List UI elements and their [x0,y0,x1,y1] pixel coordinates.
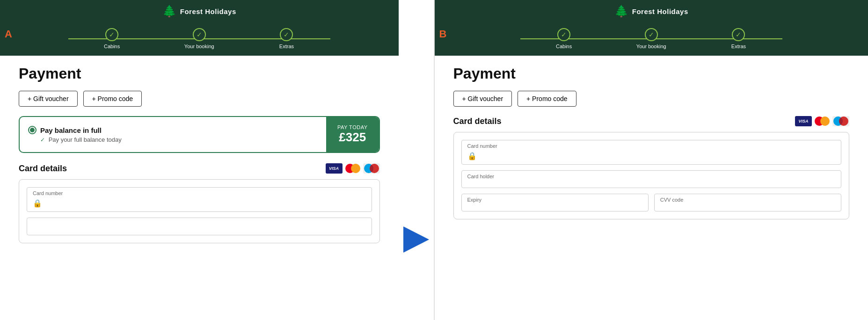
progress-bar-a: ✓ Cabins ✓ Your booking ✓ Extras [0,23,399,56]
card-details-header-b: Card details VISA [453,116,850,126]
cvv-placeholder-b [660,199,835,207]
card-holder-field-a[interactable] [27,218,372,235]
panel-a-content: 🌲 Forest Holidays ✓ Cabins ✓ Your bookin… [0,0,399,320]
panel-b-content: 🌲 Forest Holidays ✓ Cabins ✓ Your bookin… [435,0,868,320]
pay-option-a[interactable]: Pay balance in full ✓ Pay your full bala… [19,116,380,153]
option-title-row-a: Pay balance in full [28,126,318,134]
panel-b-label: B [439,28,447,40]
cvv-label-b: CVV code [660,197,684,203]
progress-bar-b: ✓ Cabins ✓ Your booking ✓ Extras [435,23,868,56]
voucher-row-a: + Gift voucher + Promo code [19,91,380,107]
card-holder-label-b: Card holder [467,174,494,179]
mastercard-icon-b [814,116,831,126]
panel-a: A 🌲 Forest Holidays ✓ Cabins ✓ Your book… [0,0,434,320]
logo-b: 🌲 Forest Holidays [614,5,688,18]
mc-right-a [351,164,360,173]
card-details-title-a: Card details [19,164,67,174]
checkmark-icon-a: ✓ [40,137,45,143]
radio-inner-a [30,128,35,132]
visa-icon-b: VISA [795,116,812,126]
expiry-field-b[interactable]: Expiry [461,194,649,211]
lock-icon-b: 🔒 [467,152,836,160]
pay-today-amount-a: £325 [339,130,366,145]
step-circle-booking-a: ✓ [193,28,206,41]
step-circle-cabins-b: ✓ [557,28,570,41]
pay-today-label-a: PAY TODAY [337,124,367,130]
header-a: 🌲 Forest Holidays ✓ Cabins ✓ Your bookin… [0,0,399,56]
step-circle-extras-b: ✓ [732,28,745,41]
step-booking-a: ✓ Your booking [155,28,243,49]
expiry-placeholder-b [467,199,642,207]
panel-b: B 🌲 Forest Holidays ✓ Cabins ✓ Your book… [435,0,868,320]
card-icons-a: VISA [326,163,380,174]
arrow-wrapper-a [399,159,434,320]
progress-track-b: ✓ Cabins ✓ Your booking ✓ Extras [520,28,782,49]
header-b: 🌲 Forest Holidays ✓ Cabins ✓ Your bookin… [435,0,868,56]
content-b: Payment + Gift voucher + Promo code Card… [435,56,868,320]
step-cabins-b: ✓ Cabins [520,28,608,49]
step-circle-extras-a: ✓ [280,28,293,41]
arrow-icon-a [403,226,429,253]
gift-voucher-btn-b[interactable]: + Gift voucher [453,91,512,107]
content-a: Payment + Gift voucher + Promo code Pay … [0,56,399,320]
option-left-a: Pay balance in full ✓ Pay your full bala… [20,117,326,152]
step-cabins-a: ✓ Cabins [68,28,156,49]
maestro-icon-a [363,163,380,174]
tree-icon-b: 🌲 [614,5,628,18]
step-circle-booking-b: ✓ [645,28,658,41]
panel-a-label: A [5,28,12,40]
step-circle-cabins-a: ✓ [105,28,118,41]
expiry-label-b: Expiry [467,197,482,203]
payment-title-a: Payment [19,65,380,82]
voucher-row-b: + Gift voucher + Promo code [453,91,850,107]
step-label-cabins-b: Cabins [556,44,572,49]
card-number-label-a: Card number [33,190,63,196]
step-label-extras-a: Extras [279,44,294,49]
step-extras-b: ✓ Extras [695,28,782,49]
card-details-title-b: Card details [453,116,502,126]
option-title-a-text: Pay balance in full [40,126,102,134]
card-number-label-b: Card number [467,143,497,149]
step-label-cabins-a: Cabins [104,44,120,49]
card-form-a: Card number 🔒 [19,179,380,243]
mastercard-icon-a [344,163,361,174]
promo-code-btn-a[interactable]: + Promo code [83,91,142,107]
card-holder-placeholder-a [33,223,366,231]
maestro-right-a [370,164,379,173]
visa-icon-a: VISA [326,163,343,174]
tree-icon-a: 🌲 [162,5,176,18]
promo-code-btn-b[interactable]: + Promo code [518,91,576,107]
logo-text-a: Forest Holidays [180,7,236,15]
progress-track-a: ✓ Cabins ✓ Your booking ✓ Extras [68,28,330,49]
maestro-right-b [839,116,848,126]
option-subtitle-a: Pay your full balance today [49,136,122,143]
card-icons-b: VISA [795,116,849,126]
option-sub-a: ✓ Pay your full balance today [28,136,318,143]
option-right-a: PAY TODAY £325 [326,117,379,152]
radio-icon-a [28,126,36,134]
logo-text-b: Forest Holidays [632,7,688,15]
card-number-field-b[interactable]: Card number 🔒 [461,140,842,165]
payment-title-b: Payment [453,65,850,82]
card-holder-placeholder-b [467,175,836,184]
mc-right-b [820,116,830,126]
step-label-booking-a: Your booking [184,44,214,49]
step-label-extras-b: Extras [731,44,746,49]
gift-voucher-btn-a[interactable]: + Gift voucher [19,91,78,107]
step-extras-a: ✓ Extras [243,28,330,49]
cvv-field-b[interactable]: CVV code [654,194,841,211]
expiry-cvv-row-b: Expiry CVV code [461,194,842,211]
logo-a: 🌲 Forest Holidays [162,5,236,18]
step-booking-b: ✓ Your booking [607,28,695,49]
lock-icon-a: 🔒 [33,199,366,208]
card-holder-field-b[interactable]: Card holder [461,170,842,188]
step-label-booking-b: Your booking [636,44,666,49]
maestro-icon-b [832,116,849,126]
card-details-header-a: Card details VISA [19,163,380,174]
card-form-b: Card number 🔒 Card holder Expiry CVV cod… [453,132,850,219]
card-number-field-a[interactable]: Card number 🔒 [27,187,372,212]
